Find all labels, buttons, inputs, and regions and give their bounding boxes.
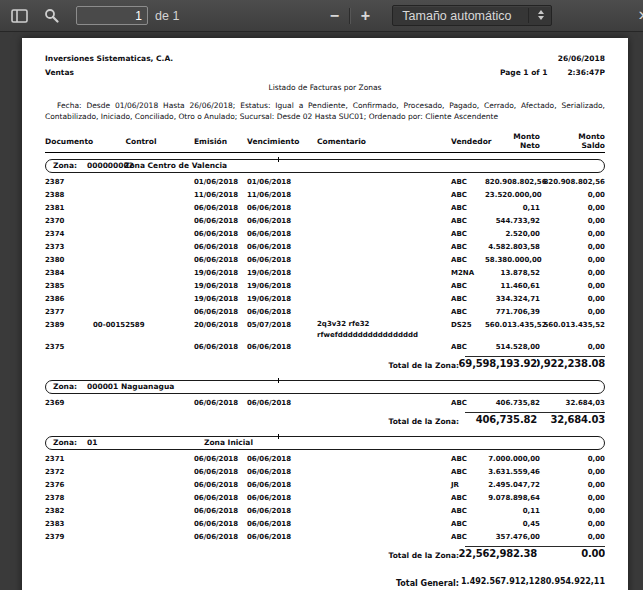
- cell-vencimiento: 06/06/2018: [241, 254, 307, 267]
- pdf-viewer-area: Inversiones Sistematicas, C.A. 26/06/201…: [0, 33, 643, 590]
- cell-emision: 06/06/2018: [189, 531, 241, 544]
- col-emision: Emisión: [189, 137, 241, 146]
- table-row: 237206/06/201806/06/2018ABC3.631.559,460…: [45, 466, 605, 479]
- cell-monto-neto: 771.706,39: [485, 306, 540, 319]
- table-row: 237706/06/201806/06/2018ABC771.706,390,0…: [45, 306, 605, 319]
- zone-total-neto-value: 1,469,598,193.92: [459, 358, 537, 369]
- cell-monto-neto: 11.460,61: [485, 280, 540, 293]
- cell-documento: 2389: [45, 319, 93, 341]
- zone-code: 01: [87, 437, 97, 449]
- cell-control: [93, 254, 189, 267]
- cell-comentario: [307, 453, 443, 466]
- cell-documento: 2371: [45, 453, 93, 466]
- zone-total-saldo: 1,380,922,238.08: [537, 358, 605, 372]
- zones-container: Zona:000000002Zona Centro de Valencia238…: [45, 159, 605, 563]
- cell-vendedor: ABC: [443, 518, 485, 531]
- cell-comentario: 2q3v32 rfe32rfwefdddddddddddddddd: [307, 319, 443, 341]
- cell-comentario: [307, 254, 443, 267]
- cell-emision: 19/06/2018: [189, 280, 241, 293]
- comentario-line: rfwefdddddddddddddddd: [317, 330, 443, 341]
- toolbar-overflow-chevron-icon[interactable]: »: [638, 3, 643, 25]
- cell-vencimiento: 06/06/2018: [241, 202, 307, 215]
- table-row: 238519/06/201819/06/2018ABC11.460,610,00: [45, 280, 605, 293]
- zone-name: Zona Inicial: [204, 437, 253, 449]
- cell-vencimiento: 06/06/2018: [241, 215, 307, 228]
- cell-emision: 19/06/2018: [189, 293, 241, 306]
- grand-total-saldo-value: 1.380.954.922,11: [540, 577, 605, 586]
- page-count-label: de 1: [155, 9, 179, 23]
- cell-monto-saldo: 0,00: [540, 280, 605, 293]
- cell-vencimiento: 06/06/2018: [241, 505, 307, 518]
- table-row: 238006/06/201806/06/2018ABC58.380.000,00…: [45, 254, 605, 267]
- cell-vencimiento: 06/06/2018: [241, 397, 307, 410]
- cell-documento: 2383: [45, 518, 93, 531]
- table-header-row: Documento Control Emisión Vencimiento Co…: [45, 132, 605, 153]
- cell-vendedor: ABC: [443, 189, 485, 202]
- zone-total-neto-value: 406,735.82: [476, 414, 537, 425]
- cell-documento: 2376: [45, 479, 93, 492]
- table-row: 237406/06/201806/06/2018ABC2.520,000,00: [45, 228, 605, 241]
- page-number-input[interactable]: [76, 6, 148, 25]
- cell-monto-neto: 7.000.000,00: [485, 453, 540, 466]
- cell-vendedor: ABC: [443, 531, 485, 544]
- cell-vendedor: ABC: [443, 228, 485, 241]
- zone-total-saldo: 32,684.03: [537, 414, 605, 428]
- cell-control: [93, 505, 189, 518]
- cell-vencimiento: 06/06/2018: [241, 241, 307, 254]
- cell-documento: 2377: [45, 306, 93, 319]
- table-row: 238419/06/201819/06/2018M2NA13.878,520,0…: [45, 267, 605, 280]
- zoom-out-button[interactable]: −: [319, 4, 349, 28]
- zoom-in-button[interactable]: +: [350, 4, 380, 28]
- total-rule: [465, 356, 605, 357]
- cell-monto-neto: 9.078.898,64: [485, 492, 540, 505]
- cell-monto-neto: 0,11: [485, 505, 540, 518]
- table-row: 238306/06/201806/06/2018ABC0,450,00: [45, 518, 605, 531]
- col-control: Control: [93, 137, 189, 146]
- cell-vendedor: ABC: [443, 341, 485, 354]
- cell-comentario: [307, 176, 443, 189]
- cell-documento: 2378: [45, 492, 93, 505]
- zone-name: Naguanagua: [121, 381, 174, 393]
- cell-control: [93, 531, 189, 544]
- table-row: 238900-0015258920/06/201805/07/20182q3v3…: [45, 319, 605, 341]
- cell-monto-neto: 4.582.803,58: [485, 241, 540, 254]
- cell-emision: 06/06/2018: [189, 215, 241, 228]
- cell-control: [93, 518, 189, 531]
- cell-monto-saldo: 0,00: [540, 202, 605, 215]
- zoom-scale-select[interactable]: Tamaño automático: [392, 5, 552, 26]
- table-row: 238701/06/201801/06/2018ABC820.908.802,5…: [45, 176, 605, 189]
- cell-vencimiento: 05/07/2018: [241, 319, 307, 341]
- zone-header: Zona:000001Naguanagua: [45, 380, 605, 394]
- table-row: 238619/06/201819/06/2018ABC334.324,710,0…: [45, 293, 605, 306]
- cell-monto-saldo: 0,00: [540, 492, 605, 505]
- cell-control: [93, 479, 189, 492]
- cell-emision: 06/06/2018: [189, 341, 241, 354]
- cell-emision: 06/06/2018: [189, 202, 241, 215]
- search-button[interactable]: [38, 4, 64, 28]
- cell-documento: 2372: [45, 466, 93, 479]
- cell-control: [93, 453, 189, 466]
- table-row: 237906/06/201806/06/2018ABC357.476,000,0…: [45, 531, 605, 544]
- zone-name: Zona Centro de Valencia: [124, 160, 227, 172]
- cell-vendedor: ABC: [443, 492, 485, 505]
- cell-comentario: [307, 202, 443, 215]
- zone-tick-mark: [278, 434, 279, 439]
- cell-control: [93, 228, 189, 241]
- cell-monto-neto: 3.631.559,46: [485, 466, 540, 479]
- cell-emision: 11/06/2018: [189, 189, 241, 202]
- cell-monto-neto: 13.878,52: [485, 267, 540, 280]
- cell-vendedor: ABC: [443, 306, 485, 319]
- col-vendedor: Vendedor: [443, 137, 485, 146]
- zone-total-neto: 22,562,982.38: [459, 548, 537, 562]
- cell-documento: 2380: [45, 254, 93, 267]
- zone-label: Zona:: [53, 381, 77, 393]
- zoom-scale-value: Tamaño automático: [402, 9, 511, 23]
- cell-comentario: [307, 397, 443, 410]
- grand-total-label: Total General:: [45, 577, 459, 590]
- sidebar-toggle-button[interactable]: [6, 4, 32, 28]
- zone-total-row: Total de la Zona:1,469,598,193.921,380,9…: [45, 358, 605, 373]
- cell-monto-neto: 544.733,92: [485, 215, 540, 228]
- cell-monto-neto: 560.013.435,52: [485, 319, 540, 341]
- cell-documento: 2381: [45, 202, 93, 215]
- cell-monto-saldo: 0,00: [540, 518, 605, 531]
